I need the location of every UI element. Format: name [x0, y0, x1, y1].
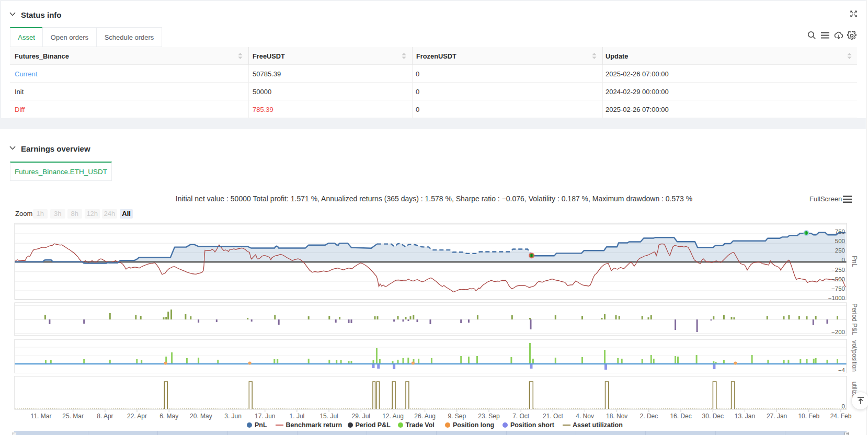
svg-text:24. Feb: 24. Feb [830, 413, 852, 420]
svg-text:27. Jan: 27. Jan [767, 413, 787, 420]
svg-text:22. Apr: 22. Apr [127, 413, 147, 420]
svg-text:9. Sep: 9. Sep [448, 413, 466, 420]
svg-text:PnL: PnL [851, 256, 858, 267]
svg-text:−1000: −1000 [828, 295, 845, 301]
svg-text:Period P&L: Period P&L [851, 303, 858, 335]
svg-text:750: 750 [835, 228, 845, 235]
svg-text:18. Nov: 18. Nov [606, 413, 627, 420]
svg-text:25. Mar: 25. Mar [62, 413, 84, 420]
svg-text:1. Jul: 1. Jul [290, 413, 305, 420]
svg-text:vol/position: vol/position [851, 340, 858, 372]
svg-text:11. Mar: 11. Mar [31, 413, 52, 420]
svg-text:20. May: 20. May [190, 413, 212, 420]
svg-text:26. Aug: 26. Aug [414, 413, 436, 420]
svg-text:16. Dec: 16. Dec [670, 413, 691, 420]
svg-text:15. Jul: 15. Jul [319, 413, 338, 420]
svg-text:4. Nov: 4. Nov [576, 413, 594, 420]
svg-text:23. Sep: 23. Sep [478, 413, 500, 420]
svg-text:17. Jun: 17. Jun [255, 413, 275, 420]
svg-text:7. Oct: 7. Oct [512, 413, 530, 420]
svg-text:8. Apr: 8. Apr [97, 413, 113, 420]
svg-text:13. Jan: 13. Jan [735, 413, 755, 420]
svg-text:6. May: 6. May [159, 413, 178, 420]
svg-text:−500: −500 [831, 276, 845, 282]
svg-text:250: 250 [835, 247, 845, 254]
svg-text:2. Dec: 2. Dec [640, 413, 658, 420]
svg-text:−4: −4 [838, 367, 846, 373]
svg-text:500: 500 [835, 238, 845, 244]
svg-text:−200: −200 [831, 329, 845, 335]
svg-text:0: 0 [842, 257, 845, 263]
svg-text:30. Dec: 30. Dec [702, 413, 724, 420]
svg-text:−250: −250 [831, 267, 845, 273]
svg-text:12. Aug: 12. Aug [382, 413, 404, 420]
svg-text:29. Jul: 29. Jul [352, 413, 370, 420]
svg-text:3. Jun: 3. Jun [224, 413, 242, 420]
svg-text:−750: −750 [831, 285, 845, 292]
svg-text:0: 0 [842, 403, 845, 409]
svg-text:21. Oct: 21. Oct [543, 413, 563, 420]
svg-text:10. Feb: 10. Feb [798, 413, 819, 420]
